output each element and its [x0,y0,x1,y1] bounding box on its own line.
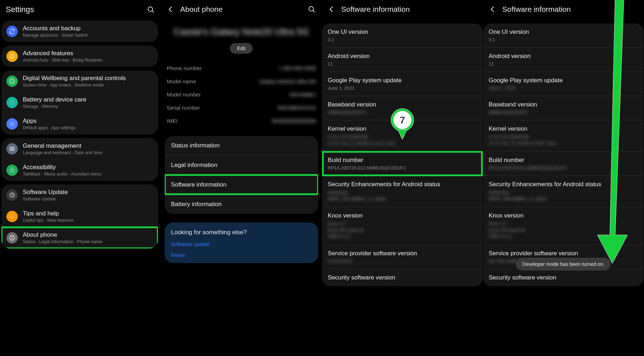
item-title: About phone [23,231,102,239]
titlebar: Settings [0,0,161,21]
sw-title: Build number [328,157,477,164]
item-subtitle: Status · Legal information · Phone name [23,239,102,244]
sw-title: One UI version [489,28,638,36]
lfse-link-software-update[interactable]: Software update [171,241,312,247]
page-title: Settings [6,5,34,14]
page-title: Software information [341,5,410,14]
sync-icon [6,26,18,37]
svg-point-6 [12,122,14,124]
sw-value: 3.1 [328,37,477,42]
sw-value: N986USQU2DUF2 [489,110,638,115]
sw-title: Android version [328,53,477,60]
sw-value: Knox 3.7Knox API level 33TIMA 4.1.0 [489,221,638,240]
kv-value: R5CN80XXXXX [278,105,316,111]
search-icon[interactable] [307,5,316,14]
settings-item-general-management[interactable]: General management Language and keyboard… [1,138,158,159]
sw-title: One UI version [328,28,477,36]
sw-item-google-play-system-update[interactable]: Google Play system updateJune 1, 2021 [483,72,644,96]
sw-item-one-ui-version[interactable]: One UI version3.1 [322,23,483,48]
gear-adv-icon [6,51,18,62]
looking-for-card: Looking for something else? Software upd… [165,222,318,263]
search-icon[interactable] [147,5,155,14]
kv-value: 1 555 555 5555 [279,65,316,71]
lfse-link-reset[interactable]: Reset [171,252,312,258]
sw-item-service-provider-software-version[interactable]: Service provider software versionAUZAUZA… [322,245,483,269]
sw-title: Knox version [489,212,638,219]
sw-title: Security software version [328,274,477,281]
info-group: Status informationLegal informationSoftw… [165,136,318,214]
about-icon [6,232,18,244]
back-icon[interactable] [489,5,497,13]
kv-label: Serial number [167,105,200,111]
item-subtitle: Screen time · App timers · Bedtime mode [23,83,126,88]
kv-value: SM-N986U [290,91,316,98]
lfse-title: Looking for something else? [171,229,312,236]
item-subtitle: Default apps · App settings [23,125,76,130]
settings-item-digital-wellbeing-and-parental-controls[interactable]: Digital Wellbeing and parental controls … [1,70,158,92]
sw-item-google-play-system-update[interactable]: Google Play system updateJune 1, 2021 [322,72,483,96]
svg-rect-15 [12,237,12,239]
sw-value: RP1A.200720.012.N986USQU2DUF2 [489,165,638,171]
sw-item-kernel-version[interactable]: Kernel version4.19.113-21526749#1 Fri Ju… [483,120,644,152]
kv-value: Galaxy Note20 Ultra 5G [259,78,316,84]
sw-item-build-number[interactable]: Build numberRP1A.200720.012.N986USQU2DUF… [483,152,644,176]
svg-point-17 [309,6,313,11]
sw-item-build-number[interactable]: Build numberRP1A.200720.012.N986USQU2DUF… [322,152,483,176]
settings-item-software-update[interactable]: Software Update Software Update [1,184,158,206]
sw-value: AUZAUZAU [328,258,477,264]
info-item-software-information[interactable]: Software information [165,175,318,194]
sw-item-knox-version[interactable]: Knox versionKnox 3.7Knox API level 33TIM… [483,207,644,245]
sw-value: Knox 3.7Knox API level 33TIMA 4.1.0 [328,221,477,240]
sw-title: Baseband version [489,101,638,108]
sw-value: 4.19.113-21526749#1 Fri Jun 11 16:09:12 … [489,134,638,146]
settings-item-accounts-and-backup[interactable]: Accounts and backup Manage accounts · Sm… [1,21,158,42]
sw-item-knox-version[interactable]: Knox versionKnox 3.7Knox API level 33TIM… [322,207,483,245]
settings-item-about-phone[interactable]: About phone Status · Legal information ·… [1,227,158,248]
settings-item-battery-and-device-care[interactable]: Battery and device care Storage · Memory [1,92,158,113]
item-subtitle: Language and keyboard · Date and time [23,150,102,155]
software-info-list: One UI version3.1Android version11Google… [322,23,483,286]
panel-software-info-1: Software information One UI version3.1An… [322,0,483,356]
settings-item-advanced-features[interactable]: Advanced features Android Auto · Side ke… [1,46,158,67]
item-subtitle: Android Auto · Side key · Bixby Routines [23,58,102,63]
info-item-status-information[interactable]: Status information [165,136,318,155]
update-icon [6,189,18,201]
sw-item-android-version[interactable]: Android version11 [322,48,483,72]
sw-value: N986USQU2DUF2 [328,110,477,115]
kv-row: Model nameGalaxy Note20 Ultra 5G [167,75,316,88]
titlebar: About phone [161,0,322,20]
sw-item-security-software-version[interactable]: Security software version [483,269,644,286]
sw-item-baseband-version[interactable]: Baseband versionN986USQU2DUF2 [322,96,483,120]
svg-rect-9 [10,147,14,148]
sw-title: Knox version [328,212,477,219]
sw-title: Security Enhancements for Android status [328,181,477,188]
sw-title: Service provider software version [328,250,477,257]
sw-item-kernel-version[interactable]: Kernel version4.19.113-21526749#1 Fri Ju… [322,120,483,152]
back-icon[interactable] [167,5,175,13]
svg-point-16 [12,236,12,237]
sw-item-security-enhancements-for-android-status[interactable]: Security Enhancements for Android status… [322,176,483,207]
sw-value: 11 [328,61,477,67]
item-title: Advanced features [23,50,102,57]
device-name: Cassie's Galaxy Note20 Ultra 5G [161,20,322,41]
sw-value: EnforcingSEPF_SM-N986U_11_0010 [489,189,638,202]
sw-item-one-ui-version[interactable]: One UI version3.1 [483,23,644,48]
back-icon[interactable] [328,5,336,13]
svg-point-8 [12,124,14,126]
sw-item-security-enhancements-for-android-status[interactable]: Security Enhancements for Android status… [483,176,644,207]
info-item-battery-information[interactable]: Battery information [165,194,318,214]
info-item-legal-information[interactable]: Legal information [165,155,318,175]
sw-item-android-version[interactable]: Android version11 [483,48,644,72]
sw-item-baseband-version[interactable]: Baseband versionN986USQU2DUF2 [483,96,644,120]
sw-value: EnforcingSEPF_SM-N986U_11_0010 [328,189,477,202]
svg-rect-13 [11,218,13,219]
settings-item-tips-and-help[interactable]: Tips and help Useful tips · New features [1,206,158,227]
titlebar: Software information [483,0,644,20]
settings-item-apps[interactable]: Apps Default apps · App settings [1,113,158,135]
page-title: About phone [180,5,223,14]
settings-item-accessibility[interactable]: Accessibility TalkBack · Mono audio · As… [1,159,158,181]
edit-button[interactable]: Edit [230,43,253,54]
item-subtitle: Storage · Memory [23,104,86,109]
settings-list: Accounts and backup Manage accounts · Sm… [0,21,161,248]
sw-item-security-software-version[interactable]: Security software version [322,269,483,286]
